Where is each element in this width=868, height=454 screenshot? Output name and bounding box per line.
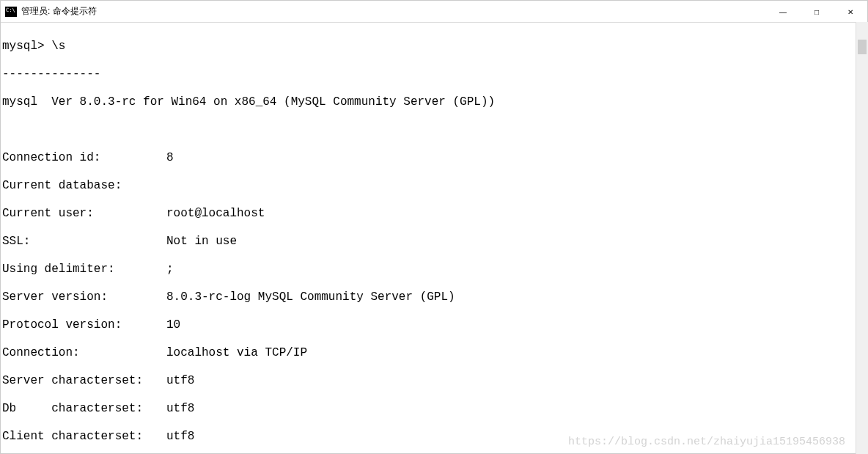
cmd-icon — [5, 7, 17, 17]
terminal-output[interactable]: mysql> \s -------------- mysql Ver 8.0.3… — [1, 23, 867, 453]
field-label: Client characterset: — [2, 430, 166, 444]
command-status: \s — [51, 40, 65, 53]
field-value: 10 — [166, 318, 180, 332]
field-value: utf8 — [166, 374, 194, 387]
field-value: Not in use — [166, 235, 237, 248]
version-line: mysql Ver 8.0.3-rc for Win64 on x86_64 (… — [2, 95, 867, 109]
field-label: Server version: — [2, 290, 166, 304]
titlebar-left: 管理员: 命令提示符 — [5, 5, 97, 18]
mysql-prompt: mysql> — [2, 40, 51, 53]
field-value: utf8 — [166, 402, 194, 415]
close-button[interactable]: ✕ — [834, 1, 867, 23]
window-title: 管理员: 命令提示符 — [21, 5, 97, 18]
field-value: root@localhost — [166, 207, 265, 220]
vertical-scrollbar[interactable] — [856, 22, 868, 454]
field-value: 8 — [166, 151, 174, 164]
scrollbar-thumb[interactable] — [858, 40, 867, 54]
maximize-button[interactable]: □ — [800, 1, 834, 23]
field-label: Db characterset: — [2, 402, 166, 416]
field-label: Server characterset: — [2, 374, 166, 388]
divider: -------------- — [2, 67, 867, 81]
field-label: Current user: — [2, 207, 166, 221]
field-value: utf8 — [166, 430, 194, 443]
window-controls: — □ ✕ — [766, 1, 867, 22]
window-titlebar: 管理员: 命令提示符 — □ ✕ — [1, 1, 867, 23]
field-label: Current database: — [2, 179, 166, 193]
minimize-button[interactable]: — — [766, 1, 800, 23]
field-value: localhost via TCP/IP — [166, 346, 307, 359]
field-label: Connection: — [2, 346, 166, 360]
field-value: ; — [166, 263, 174, 276]
field-label: Using delimiter: — [2, 263, 166, 277]
field-label: Protocol version: — [2, 318, 166, 332]
field-label: Connection id: — [2, 151, 166, 165]
field-label: SSL: — [2, 235, 166, 249]
field-value: 8.0.3-rc-log MySQL Community Server (GPL… — [166, 290, 455, 304]
